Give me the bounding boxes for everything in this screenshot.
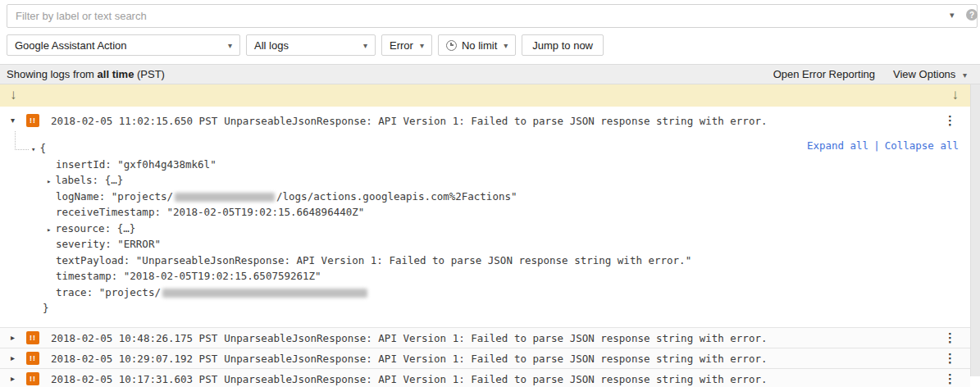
log-summary: 2018-02-05 10:17:31.603 PSTUnparseableJs… xyxy=(51,373,767,385)
jump-to-now-button[interactable]: Jump to now xyxy=(522,34,604,56)
expander-caret-icon[interactable]: ▸ xyxy=(11,374,15,383)
collapse-all-link[interactable]: Collapse all xyxy=(885,139,959,152)
open-error-reporting-link[interactable]: Open Error Reporting xyxy=(773,68,875,80)
log-entry-row[interactable]: ▸ !! 2018-02-05 10:48:26.175 PSTUnparsea… xyxy=(0,327,970,348)
json-value: {…} xyxy=(105,174,124,186)
resource-dropdown[interactable]: Google Assistant Action ▾ xyxy=(7,34,240,56)
time-limit-dropdown[interactable]: No limit ▾ xyxy=(438,34,516,56)
json-value: "projects/ xyxy=(99,286,161,298)
log-summary: 2018-02-05 11:02:15.650 PSTUnparseableJs… xyxy=(51,115,767,127)
json-field-logName: logName: "projects//logs/actions.googlea… xyxy=(31,189,691,205)
redacted-trace-id xyxy=(162,289,367,298)
log-entry-row[interactable]: ▸ !! 2018-02-05 10:17:31.603 PSTUnparsea… xyxy=(0,368,970,387)
log-message: UnparseableJsonResponse: API Version 1: … xyxy=(224,373,767,385)
json-key: severity: xyxy=(56,238,117,250)
json-key: trace: xyxy=(56,286,99,298)
log-entry-row[interactable]: ▸ !! 2018-02-05 10:29:07.192 PSTUnparsea… xyxy=(0,348,970,368)
log-timestamp: 2018-02-05 10:29:07.192 PST xyxy=(51,353,217,365)
load-newer-logs-band[interactable]: ↓ ↓ xyxy=(0,84,970,107)
time-limit-dropdown-label: No limit xyxy=(462,39,497,52)
json-field-timestamp: timestamp: "2018-02-05T19:02:15.65075926… xyxy=(31,268,691,285)
logs-dropdown-label: All logs xyxy=(254,39,289,52)
error-severity-icon: !! xyxy=(26,352,39,365)
log-entry-row[interactable]: ▾ !! 2018-02-05 11:02:15.650 PSTUnparsea… xyxy=(0,111,970,132)
json-close-brace: } xyxy=(31,300,691,316)
json-field-resource[interactable]: ▸resource: {…} xyxy=(31,221,691,237)
expander-caret-icon[interactable]: ▸ xyxy=(47,177,51,185)
status-bar: Showing logs from all time (PST) Open Er… xyxy=(0,64,980,84)
log-rows-list: ▸ !! 2018-02-05 10:48:26.175 PSTUnparsea… xyxy=(0,327,970,387)
json-value: "gxf0h4g438mk6l" xyxy=(117,158,216,171)
json-value: /logs/actions.googleapis.com%2Factions" xyxy=(276,190,517,203)
resource-dropdown-label: Google Assistant Action xyxy=(15,39,127,52)
view-options-menu[interactable]: View Options ▾ xyxy=(893,68,967,80)
log-entry-json-detail: ▾{ insertId: "gxf0h4g438mk6l" ▸labels: {… xyxy=(31,140,691,316)
expander-caret-icon[interactable]: ▸ xyxy=(11,333,15,342)
showing-logs-text: Showing logs from all time (PST) xyxy=(7,68,165,80)
filter-dropdown-caret-icon[interactable]: ▾ xyxy=(950,10,955,20)
json-value: "UnparseableJsonResponse: API Version 1:… xyxy=(136,254,691,266)
links-divider: | xyxy=(873,139,880,152)
severity-dropdown-label: Error xyxy=(390,39,413,52)
json-field-receiveTimestamp: receiveTimestamp: "2018-02-05T19:02:15.6… xyxy=(31,204,691,221)
expand-collapse-links: Expand all|Collapse all xyxy=(807,139,959,152)
more-menu-icon[interactable]: ⋮ xyxy=(944,372,956,385)
json-value: "projects/ xyxy=(112,190,173,203)
chevron-down-icon: ▾ xyxy=(228,41,232,50)
vertical-scrollbar[interactable] xyxy=(970,84,980,376)
redacted-project-id xyxy=(175,193,275,202)
log-summary: 2018-02-05 10:48:26.175 PSTUnparseableJs… xyxy=(51,332,767,344)
json-key: labels: xyxy=(55,174,104,186)
tree-guide-line xyxy=(15,131,29,150)
log-summary: 2018-02-05 10:29:07.192 PSTUnparseableJs… xyxy=(51,353,767,365)
chevron-down-icon: ▾ xyxy=(363,41,367,50)
log-timestamp: 2018-02-05 10:48:26.175 PST xyxy=(51,332,217,344)
chevron-down-icon: ▾ xyxy=(504,41,508,50)
log-message: UnparseableJsonResponse: API Version 1: … xyxy=(224,115,767,127)
error-severity-icon: !! xyxy=(26,331,39,344)
more-menu-icon[interactable]: ⋮ xyxy=(944,331,956,344)
json-field-severity: severity: "ERROR" xyxy=(31,236,691,253)
json-key: receiveTimestamp: xyxy=(56,206,166,218)
expander-caret-icon[interactable]: ▸ xyxy=(47,225,51,234)
error-severity-icon: !! xyxy=(26,372,39,385)
expander-caret-icon[interactable]: ▾ xyxy=(31,145,35,153)
json-key: insertId: xyxy=(56,158,117,171)
json-key: timestamp: xyxy=(56,270,124,282)
help-icon[interactable]: ? xyxy=(966,9,978,20)
more-menu-icon[interactable]: ⋮ xyxy=(944,114,956,127)
more-menu-icon[interactable]: ⋮ xyxy=(944,352,956,365)
jump-to-now-label: Jump to now xyxy=(532,39,593,52)
error-severity-icon: !! xyxy=(26,114,39,127)
json-field-insertId: insertId: "gxf0h4g438mk6l" xyxy=(31,157,691,173)
chevron-down-icon: ▾ xyxy=(420,41,424,50)
logs-dropdown[interactable]: All logs ▾ xyxy=(246,34,376,56)
json-value: "ERROR" xyxy=(117,238,161,250)
filter-input[interactable] xyxy=(7,4,978,28)
log-message: UnparseableJsonResponse: API Version 1: … xyxy=(224,332,767,344)
expander-caret-icon[interactable]: ▸ xyxy=(11,353,15,362)
chevron-down-icon: ▾ xyxy=(963,71,967,80)
json-value: "2018-02-05T19:02:15.664896440Z" xyxy=(166,206,364,218)
expander-caret-icon[interactable]: ▾ xyxy=(11,116,15,125)
download-arrow-icon[interactable]: ↓ xyxy=(952,87,959,103)
severity-dropdown[interactable]: Error ▾ xyxy=(381,34,432,56)
json-field-textPayload: textPayload: "UnparseableJsonResponse: A… xyxy=(31,253,691,269)
log-timestamp: 2018-02-05 11:02:15.650 PST xyxy=(51,115,217,127)
json-key: logName: xyxy=(56,190,112,203)
json-value: "2018-02-05T19:02:15.650759261Z" xyxy=(124,270,321,282)
json-open-brace: ▾{ xyxy=(31,140,691,157)
json-key: textPayload: xyxy=(56,254,136,266)
json-value: {…} xyxy=(117,222,136,234)
clock-icon xyxy=(446,40,457,51)
view-options-label: View Options xyxy=(893,68,955,80)
expand-all-link[interactable]: Expand all xyxy=(807,139,868,152)
json-field-labels[interactable]: ▸labels: {…} xyxy=(31,172,691,189)
log-message: UnparseableJsonResponse: API Version 1: … xyxy=(224,353,767,365)
download-arrow-icon[interactable]: ↓ xyxy=(10,87,17,103)
toolbar: Google Assistant Action ▾ All logs ▾ Err… xyxy=(7,34,604,56)
log-timestamp: 2018-02-05 10:17:31.603 PST xyxy=(51,373,217,385)
json-key: resource: xyxy=(55,222,116,234)
json-field-trace: trace: "projects/ xyxy=(31,285,691,301)
